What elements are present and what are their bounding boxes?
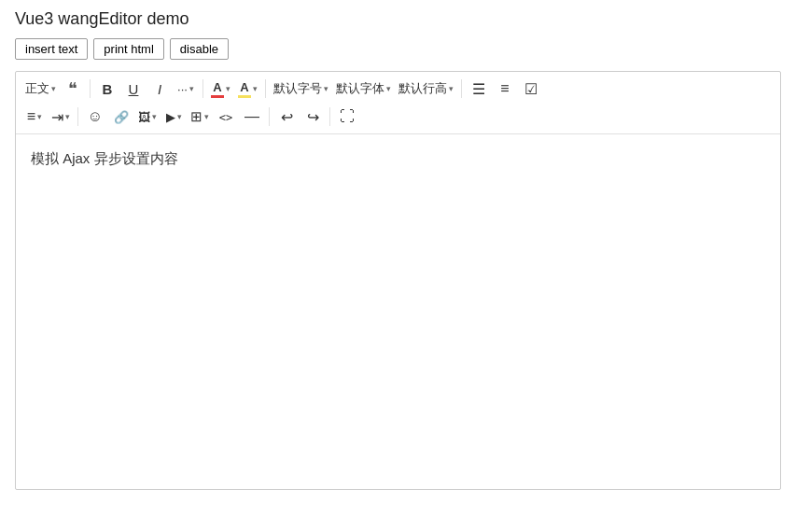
redo-icon	[307, 108, 319, 126]
emoji-icon	[88, 108, 103, 125]
page-title: Vue3 wangEditor demo	[15, 9, 781, 29]
font-size-label: 默认字号	[273, 80, 322, 97]
sep-4	[461, 79, 462, 98]
font-size-dropdown[interactable]: 默认字号	[270, 76, 332, 102]
action-buttons: insert text print html disable	[15, 38, 781, 60]
video-button[interactable]	[161, 104, 187, 130]
toolbar: 正文 ❝ B U I A A	[16, 72, 780, 134]
line-height-dropdown[interactable]: 默认行高	[395, 76, 457, 102]
todo-list-icon	[524, 80, 538, 98]
image-icon	[138, 110, 150, 124]
sep-2	[202, 79, 203, 98]
font-color-button[interactable]: A	[207, 76, 234, 102]
indent-icon: ⇥	[51, 108, 63, 126]
redo-button[interactable]	[300, 104, 326, 130]
font-color-icon: A	[211, 80, 224, 98]
hr-icon	[244, 108, 259, 125]
editor-text: 模拟 Ajax 异步设置内容	[31, 147, 765, 170]
table-icon	[190, 108, 202, 125]
font-bg-color-icon: A	[238, 80, 251, 98]
format-dropdown[interactable]: 正文	[21, 76, 60, 102]
disable-button[interactable]: disable	[170, 38, 229, 60]
toolbar-row-1: 正文 ❝ B U I A A	[21, 76, 775, 102]
align-button[interactable]: ≡	[21, 104, 48, 130]
code-button[interactable]	[213, 104, 239, 130]
video-icon	[166, 110, 175, 124]
font-family-label: 默认字体	[336, 80, 384, 97]
bold-button[interactable]: B	[94, 76, 120, 102]
todo-list-button[interactable]	[518, 76, 544, 102]
more-format-button[interactable]	[173, 76, 199, 102]
print-html-button[interactable]: print html	[93, 38, 163, 60]
ordered-list-button[interactable]	[492, 76, 518, 102]
sep-3	[265, 79, 266, 98]
sep-1	[90, 79, 91, 98]
sep-6	[269, 107, 270, 126]
indent-button[interactable]: ⇥	[48, 104, 74, 130]
toolbar-row-2: ≡ ⇥	[21, 104, 775, 130]
code-icon	[219, 110, 232, 124]
font-family-dropdown[interactable]: 默认字体	[332, 76, 395, 102]
align-icon: ≡	[27, 108, 35, 125]
undo-button[interactable]	[273, 104, 300, 130]
fullscreen-icon	[340, 108, 355, 125]
sep-5	[77, 107, 78, 126]
fullscreen-button[interactable]	[334, 104, 360, 130]
sep-7	[329, 107, 330, 126]
blockquote-button[interactable]: ❝	[60, 76, 86, 102]
insert-text-button[interactable]: insert text	[15, 38, 88, 60]
format-label: 正文	[25, 80, 49, 97]
unordered-list-button[interactable]	[466, 76, 492, 102]
image-button[interactable]	[134, 104, 161, 130]
hr-button[interactable]	[239, 104, 265, 130]
link-button[interactable]	[108, 104, 134, 130]
link-icon	[114, 110, 129, 124]
underline-button[interactable]: U	[120, 76, 147, 102]
font-bg-color-button[interactable]: A	[234, 76, 261, 102]
ordered-list-icon	[500, 80, 509, 97]
table-button[interactable]	[187, 104, 213, 130]
line-height-label: 默认行高	[398, 80, 447, 97]
unordered-list-icon	[472, 80, 485, 98]
editor-content[interactable]: 模拟 Ajax 异步设置内容	[16, 134, 780, 489]
more-icon	[177, 82, 188, 96]
undo-icon	[281, 108, 293, 126]
italic-button[interactable]: I	[147, 76, 173, 102]
emoji-button[interactable]	[82, 104, 108, 130]
editor-container: 正文 ❝ B U I A A	[15, 71, 781, 490]
